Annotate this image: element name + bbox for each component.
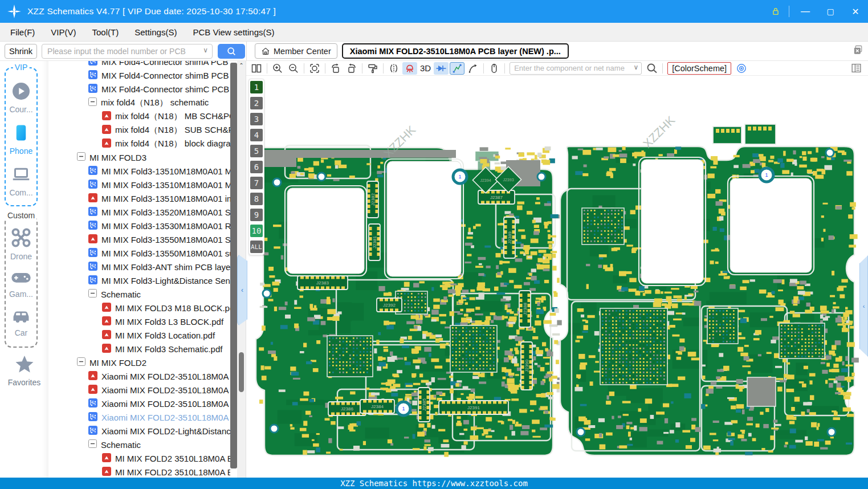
connector-J2391[interactable]: J2391 xyxy=(439,401,508,414)
paint-roller-icon[interactable] xyxy=(365,62,380,75)
tree-file-row[interactable]: MIX Fold4-Connector shimA PCB lay xyxy=(48,61,230,68)
tree-file-row[interactable]: Xiaomi MIX FOLD2-3510L18M0A M xyxy=(48,383,230,397)
layer-button-4[interactable]: 4 xyxy=(250,129,263,141)
tree-group-row[interactable]: mix fold4（N18） schematic xyxy=(48,96,230,109)
layer-button-9[interactable]: 9 xyxy=(250,209,263,221)
sidebar-item-game[interactable]: Gam... xyxy=(6,269,36,299)
split-view-icon[interactable] xyxy=(249,62,264,75)
close-button[interactable]: ✕ xyxy=(843,0,868,23)
sidebar-item-course[interactable]: Cour... xyxy=(6,81,36,114)
connector-J2383[interactable]: J2383 xyxy=(298,276,348,290)
chevron-down-icon[interactable]: ∨ xyxy=(633,63,638,71)
zoom-out-icon[interactable] xyxy=(286,62,301,75)
maximize-button[interactable]: ▢ xyxy=(818,0,843,23)
mouse-icon[interactable] xyxy=(487,62,502,75)
net-search-icon[interactable] xyxy=(645,62,659,75)
pcb-canvas[interactable]: J2382J2381J2383J2392J2387J2389J2388J2390… xyxy=(246,76,868,478)
layer-button-all[interactable]: ALL xyxy=(250,241,263,253)
connector-J2385[interactable]: J2385 xyxy=(418,388,430,422)
menu-tool[interactable]: Tool(T) xyxy=(92,27,119,37)
minimize-button[interactable]: — xyxy=(793,0,818,23)
sidebar-item-computer[interactable]: Com... xyxy=(6,164,36,197)
close-all-tabs-icon[interactable] xyxy=(853,44,863,58)
tree-file-row[interactable]: MI MIX Fold3-13530M18M0A01 RF xyxy=(48,219,230,233)
layer-button-8[interactable]: 8 xyxy=(250,193,263,205)
connector-J2389[interactable]: J2389 xyxy=(504,217,515,258)
layer-list-panel-icon[interactable] xyxy=(849,62,863,75)
layer-button-5[interactable]: 5 xyxy=(250,145,263,157)
rotate-right-icon[interactable] xyxy=(344,62,359,75)
connector-J2387[interactable]: J2387 xyxy=(478,190,515,204)
tree-file-row[interactable]: MI MIX Fold3-13550M18M0A01 su xyxy=(48,246,230,260)
tree-file-row[interactable]: MI MIX Fold3-13510M18M0A01 MB xyxy=(48,178,230,191)
scroll-up-arrow-icon[interactable]: ⌃ xyxy=(237,62,246,68)
view-3d-button[interactable]: 3D xyxy=(418,63,433,73)
collapse-icon[interactable] xyxy=(77,152,85,162)
tree-file-row[interactable]: MI MIX Fold3-Light&Distance Sens xyxy=(48,274,230,287)
eye-icon[interactable] xyxy=(734,62,749,75)
rotate-left-icon[interactable] xyxy=(328,62,343,75)
tree-file-row[interactable]: MI MIX Fold3-13520M18M0A01 SU xyxy=(48,205,230,219)
menu-settings[interactable]: Settings(S) xyxy=(135,27,177,37)
zoom-in-icon[interactable] xyxy=(270,62,285,75)
connector-J2388[interactable]: J2388 xyxy=(519,291,531,327)
connector-J2381[interactable]: J2381 xyxy=(369,224,380,260)
menu-pcb-view-settings[interactable]: PCB View settings(S) xyxy=(193,27,274,37)
tree-file-row[interactable]: Xiaomi MIX FOLD2-3510L18M0A P xyxy=(48,397,230,410)
layer-button-7[interactable]: 7 xyxy=(250,177,263,189)
tree-file-row[interactable]: MIX Fold4-Connector shimB PCB lay xyxy=(48,68,230,82)
sidebar-item-car[interactable]: Car xyxy=(6,307,36,337)
layer-button-6[interactable]: 6 xyxy=(250,161,263,173)
tree-scrollbar-thumb[interactable] xyxy=(230,63,237,468)
tree-file-row[interactable]: Xiaomi MIX FOLD2-3510L18M0A P xyxy=(48,410,230,424)
model-search-button[interactable] xyxy=(218,44,245,59)
tree-group-row[interactable]: MI MIX FOLD3 xyxy=(48,150,230,164)
lamp-icon[interactable] xyxy=(402,62,417,75)
layer-button-10[interactable]: 10 xyxy=(250,225,263,237)
tree-file-row[interactable]: MI MIX FOLD3 M18 BLOCK.pdf xyxy=(48,301,230,315)
tree-collapse-handle[interactable]: ‹ xyxy=(237,254,247,327)
connector-J2384[interactable]: J2384 xyxy=(360,400,394,413)
tree-file-row[interactable]: MI MIX Fold3-ANT shim PCB layer. xyxy=(48,260,230,274)
fit-view-icon[interactable] xyxy=(307,62,322,75)
diode-icon[interactable] xyxy=(434,62,449,75)
menu-file[interactable]: File(F) xyxy=(10,27,35,37)
tree-file-row[interactable]: MI MIX FOLD2 3510L18M0A BLO xyxy=(48,465,230,478)
tree-file-row[interactable]: MI MIX Fold3 Location.pdf xyxy=(48,328,230,342)
license-lock-icon[interactable] xyxy=(766,4,785,19)
tree-file-row[interactable]: MI MIX Fold3-13510M18M0A01 MB xyxy=(48,164,230,178)
tree-file-row[interactable]: mix fold4（N18） SUB SCH&PCB xyxy=(48,123,230,137)
tree-file-row[interactable]: MI MIX FOLD2 3510L18M0A BLO xyxy=(48,451,230,465)
tree-file-row[interactable]: Xiaomi MIX FOLD2-Light&Distance xyxy=(48,424,230,438)
sidebar-item-favorites[interactable]: Favorites xyxy=(0,353,48,388)
tree-file-row[interactable]: MI MIX Fold3-13550M18M0A01 SU xyxy=(48,233,230,246)
collapse-icon[interactable] xyxy=(77,357,85,368)
tree-group-row[interactable]: Schematic xyxy=(48,438,230,451)
chevron-down-icon[interactable]: ∨ xyxy=(203,46,208,54)
curve-icon[interactable] xyxy=(466,62,480,75)
net-search-input[interactable] xyxy=(510,62,642,75)
layer-button-1[interactable]: 1 xyxy=(250,81,263,93)
tree-file-row[interactable]: mix fold4（N18） MB SCH&PCB xyxy=(48,109,230,123)
connector-J2390[interactable]: J2390 xyxy=(521,342,532,390)
sidebar-item-phone[interactable]: Phone xyxy=(6,123,36,156)
tree-file-row[interactable]: mix fold4（N18） block diagram xyxy=(48,137,230,150)
connector-J2392[interactable]: J2392 xyxy=(377,298,402,312)
menu-vip[interactable]: VIP(V) xyxy=(51,27,76,37)
shrink-button[interactable]: Shrink xyxy=(5,44,37,59)
mirror-flip-icon[interactable] xyxy=(386,62,401,75)
collapse-icon[interactable] xyxy=(88,439,97,450)
tree-file-row[interactable]: MI MIX Fold3 L3 BLOCK.pdf xyxy=(48,315,230,328)
document-tab[interactable]: Xiaomi MIX FOLD2-3510L18M0A PCB layer (N… xyxy=(342,43,569,59)
layer-button-2[interactable]: 2 xyxy=(250,97,263,109)
sidebar-item-drone[interactable]: Drone xyxy=(6,227,36,261)
tree-file-row[interactable]: MI MIX Fold3-13510M18M0A01 im xyxy=(48,191,230,205)
tree-file-row[interactable]: Xiaomi MIX FOLD2-3510L18M0A C xyxy=(48,369,230,383)
model-search-input[interactable] xyxy=(42,44,213,59)
collapse-icon[interactable] xyxy=(88,289,97,299)
measure-icon[interactable] xyxy=(450,62,464,75)
collapse-icon[interactable] xyxy=(88,97,97,108)
connector-J2382[interactable]: J2382 xyxy=(367,181,378,218)
tree-file-row[interactable]: MIX Fold4-Connector shimC PCB lay xyxy=(48,82,230,96)
tree-file-row[interactable]: MI MIX Fold3 Schematic.pdf xyxy=(48,342,230,356)
